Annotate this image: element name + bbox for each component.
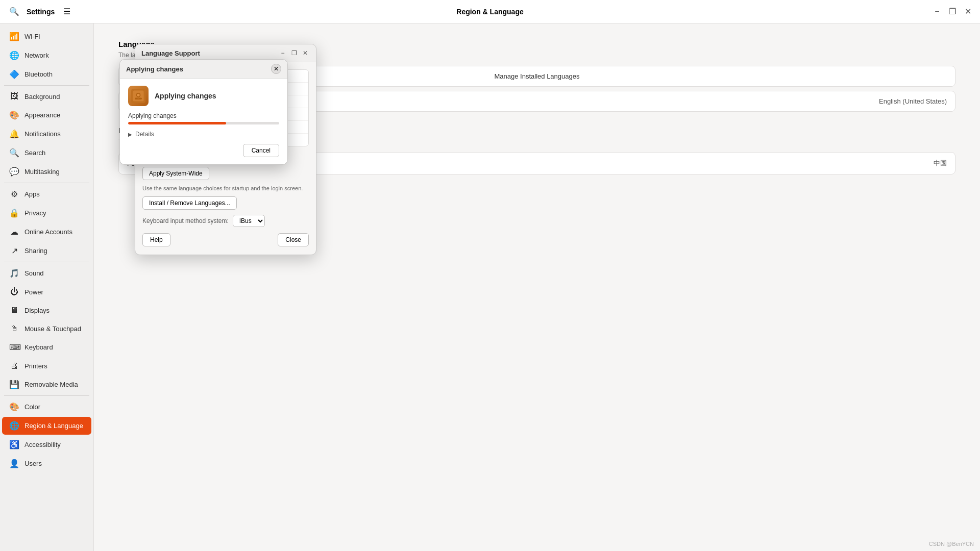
- bluetooth-icon: 🔷: [9, 69, 19, 79]
- window-title: Region & Language: [456, 8, 523, 16]
- sidebar-label-accessibility: Accessibility: [24, 441, 61, 448]
- apply-system-wide-button[interactable]: Apply System-Wide: [142, 167, 209, 180]
- cancel-button[interactable]: Cancel: [243, 144, 279, 157]
- sidebar-label-removable: Removable Media: [24, 381, 78, 388]
- sidebar-label-search: Search: [24, 149, 45, 157]
- sound-icon: 🎵: [9, 268, 19, 278]
- keyboard-input-row: Keyboard input method system: IBus: [142, 215, 309, 227]
- restore-button[interactable]: ❐: [946, 6, 959, 18]
- sidebar-label-online: Online Accounts: [24, 228, 72, 236]
- privacy-icon: 🔒: [9, 208, 19, 218]
- sidebar-item-network[interactable]: 🌐 Network: [2, 46, 91, 64]
- sidebar-item-keyboard[interactable]: ⌨ Keyboard: [2, 338, 91, 356]
- app-title: Settings: [27, 8, 55, 16]
- sidebar-label-notifications: Notifications: [24, 130, 61, 138]
- sidebar-label-power: Power: [24, 288, 43, 296]
- sidebar-label-bluetooth: Bluetooth: [24, 70, 53, 78]
- lang-action-row: Apply System-Wide: [142, 167, 309, 180]
- displays-icon: 🖥: [9, 306, 19, 315]
- search-button[interactable]: 🔍: [6, 4, 22, 20]
- sidebar-separator-1: [4, 85, 89, 86]
- online-icon: ☁: [9, 227, 19, 237]
- sidebar-item-search[interactable]: 🔍 Search: [2, 144, 91, 162]
- sidebar-item-apps[interactable]: ⚙ Apps: [2, 185, 91, 203]
- wifi-icon: 📶: [9, 32, 19, 41]
- sidebar: 📶 Wi-Fi 🌐 Network 🔷 Bluetooth 🖼 Backgrou…: [0, 23, 94, 551]
- mouse-icon: 🖱: [9, 324, 19, 333]
- apps-icon: ⚙: [9, 189, 19, 199]
- close-button[interactable]: ✕: [962, 6, 974, 18]
- applying-header: Applying changes: [128, 86, 279, 106]
- lang-win-buttons: − ❐ ✕: [278, 48, 310, 58]
- main-layout: 📶 Wi-Fi 🌐 Network 🔷 Bluetooth 🖼 Backgrou…: [0, 23, 980, 551]
- progress-bar-background: [128, 122, 279, 124]
- sidebar-separator-2: [4, 183, 89, 183]
- sidebar-item-background[interactable]: 🖼 Background: [2, 88, 91, 105]
- sidebar-item-color[interactable]: 🎨 Color: [2, 398, 91, 416]
- details-row[interactable]: ▶ Details: [128, 131, 279, 138]
- keyboard-input-select[interactable]: IBus: [233, 215, 265, 227]
- menu-button[interactable]: ☰: [59, 4, 75, 20]
- lang-win-restore[interactable]: ❐: [289, 48, 299, 58]
- applying-body: Applying changes Applying changes ▶ Deta…: [120, 79, 287, 164]
- lang-win-minimize[interactable]: −: [278, 48, 287, 58]
- sidebar-item-printers[interactable]: 🖨 Printers: [2, 357, 91, 374]
- sidebar-item-removable[interactable]: 💾 Removable Media: [2, 375, 91, 393]
- keyboard-icon: ⌨: [9, 342, 19, 352]
- sidebar-item-accessibility[interactable]: ♿ Accessibility: [2, 436, 91, 454]
- sidebar-item-region[interactable]: 🌐 Region & Language: [2, 417, 91, 435]
- applying-progress-label: Applying changes: [128, 112, 279, 119]
- sidebar-label-mouse: Mouse & Touchpad: [24, 325, 81, 333]
- sidebar-item-privacy[interactable]: 🔒 Privacy: [2, 204, 91, 222]
- formats-row-value: 中国: [934, 159, 947, 168]
- sidebar-item-mouse[interactable]: 🖱 Mouse & Touchpad: [2, 320, 91, 337]
- lang-footer: Help Close: [142, 229, 309, 247]
- notifications-icon: 🔔: [9, 129, 19, 139]
- sidebar-label-background: Background: [24, 93, 60, 101]
- power-icon: ⏻: [9, 287, 19, 296]
- sidebar-item-bluetooth[interactable]: 🔷 Bluetooth: [2, 65, 91, 83]
- sidebar-label-printers: Printers: [24, 362, 47, 370]
- sidebar-item-online[interactable]: ☁ Online Accounts: [2, 223, 91, 241]
- appearance-icon: 🎨: [9, 110, 19, 120]
- chevron-right-icon: ▶: [128, 132, 132, 137]
- applying-titlebar: Applying changes ✕: [120, 60, 287, 79]
- sidebar-item-sharing[interactable]: ↗ Sharing: [2, 242, 91, 260]
- language-row-value: English (United States): [879, 97, 947, 105]
- sidebar-item-displays[interactable]: 🖥 Displays: [2, 302, 91, 319]
- sidebar-item-users[interactable]: 👤 Users: [2, 455, 91, 472]
- minimize-button[interactable]: −: [931, 6, 943, 18]
- sidebar-item-sound[interactable]: 🎵 Sound: [2, 264, 91, 282]
- install-remove-button[interactable]: Install / Remove Languages...: [142, 196, 237, 210]
- sidebar-item-power[interactable]: ⏻ Power: [2, 283, 91, 300]
- lang-support-title: Language Support: [141, 49, 200, 57]
- applying-dialog-title: Applying changes: [126, 65, 183, 73]
- sidebar-item-appearance[interactable]: 🎨 Appearance: [2, 106, 91, 124]
- applying-close-button[interactable]: ✕: [271, 64, 281, 74]
- sidebar-label-keyboard: Keyboard: [24, 343, 53, 351]
- lang-close-button[interactable]: Close: [278, 233, 309, 246]
- multitasking-icon: 💬: [9, 167, 19, 177]
- lang-help-button[interactable]: Help: [142, 233, 170, 246]
- sidebar-item-multitasking[interactable]: 💬 Multitasking: [2, 163, 91, 181]
- install-remove-row: Install / Remove Languages...: [142, 196, 309, 210]
- sidebar-item-notifications[interactable]: 🔔 Notifications: [2, 125, 91, 143]
- sharing-icon: ↗: [9, 246, 19, 256]
- sidebar-separator-3: [4, 262, 89, 262]
- sidebar-label-color: Color: [24, 403, 40, 411]
- watermark: CSDN @BenYCN: [929, 541, 974, 547]
- sidebar-label-sharing: Sharing: [24, 247, 47, 255]
- applying-footer: Cancel: [128, 144, 279, 157]
- users-icon: 👤: [9, 459, 19, 468]
- lang-win-close[interactable]: ✕: [301, 48, 310, 58]
- svg-point-4: [137, 94, 139, 96]
- sidebar-label-privacy: Privacy: [24, 209, 46, 217]
- applying-icon: [128, 86, 149, 106]
- content-area: Language The language used for text in w…: [94, 23, 980, 551]
- printers-icon: 🖨: [9, 361, 19, 370]
- sidebar-item-wifi[interactable]: 📶 Wi-Fi: [2, 28, 91, 45]
- accessibility-icon: ♿: [9, 440, 19, 449]
- applying-changes-dialog: Applying changes ✕ Ap: [119, 59, 288, 165]
- keyboard-input-label: Keyboard input method system:: [142, 217, 229, 224]
- apply-note: Use the same language choices for startu…: [142, 185, 309, 191]
